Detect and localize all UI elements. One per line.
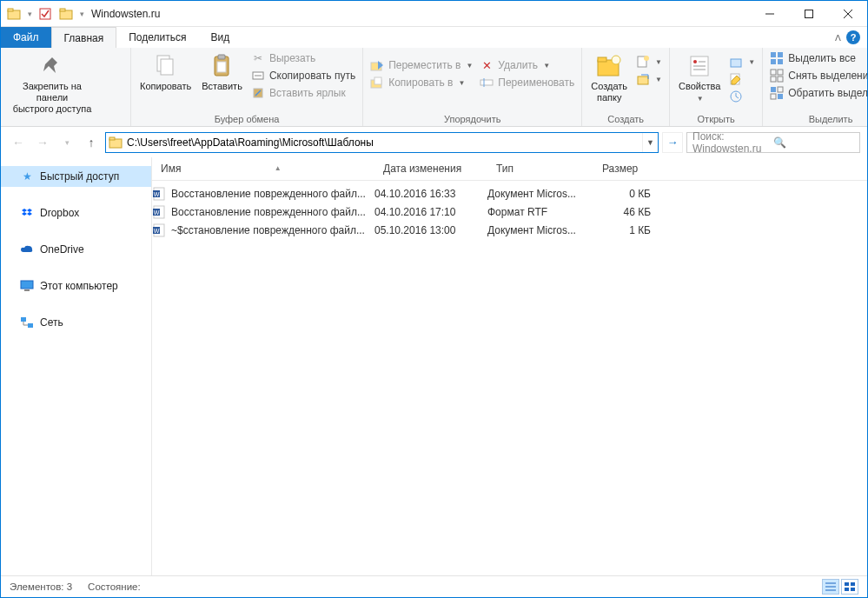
network-icon: [20, 316, 34, 329]
up-button[interactable]: ↑: [81, 132, 102, 153]
column-date[interactable]: Дата изменения: [374, 163, 487, 175]
status-bar: Элементов: 3 Состояние:: [1, 575, 867, 596]
svg-rect-69: [851, 588, 855, 591]
cut-button[interactable]: ✂ Вырезать: [251, 51, 355, 65]
file-type: Документ Micros...: [487, 224, 593, 236]
svg-point-24: [612, 56, 620, 64]
svg-rect-46: [771, 94, 776, 99]
help-icon[interactable]: ?: [846, 30, 860, 44]
minimize-button[interactable]: [750, 1, 789, 27]
svg-rect-51: [24, 289, 30, 291]
svg-rect-68: [845, 588, 849, 591]
svg-rect-37: [778, 52, 783, 57]
ribbon: Закрепить на панели быстрого доступа Коп…: [1, 48, 867, 127]
forward-button[interactable]: →: [32, 132, 53, 153]
search-box[interactable]: Поиск: Windowsten.ru 🔍: [686, 132, 860, 153]
content-area: ★ Быстрый доступ Dropbox OneDrive Этот к…: [1, 157, 867, 575]
address-input[interactable]: [125, 136, 642, 149]
svg-rect-53: [28, 323, 33, 328]
history-button[interactable]: [729, 90, 755, 103]
copy-button[interactable]: Копировать: [135, 50, 196, 92]
address-bar[interactable]: ▼: [105, 132, 659, 153]
group-label: [1, 116, 130, 129]
sidebar-item-network[interactable]: Сеть: [1, 312, 151, 333]
svg-rect-20: [480, 80, 493, 85]
navigation-pane: ★ Быстрый доступ Dropbox OneDrive Этот к…: [1, 157, 152, 575]
tab-share[interactable]: Поделиться: [116, 27, 198, 48]
paste-icon: [209, 51, 235, 81]
edit-icon: [729, 72, 743, 86]
svg-rect-66: [845, 582, 849, 586]
shortcut-icon: [251, 86, 265, 100]
status-state: Состояние:: [88, 581, 141, 592]
svg-point-26: [644, 56, 649, 61]
copy-icon: [153, 51, 179, 81]
copy-path-button[interactable]: Скопировать путь: [251, 69, 355, 83]
pin-to-quick-access-button[interactable]: Закрепить на панели быстрого доступа: [4, 50, 100, 115]
select-group-label: Выделить: [763, 114, 868, 126]
go-button[interactable]: →: [662, 132, 683, 153]
column-name[interactable]: Имя ▲: [152, 163, 374, 175]
ribbon-tabs: Файл Главная Поделиться Вид ᐱ ?: [1, 27, 867, 48]
clipboard-group-label: Буфер обмена: [131, 114, 362, 126]
properties-button[interactable]: Свойства▼: [673, 50, 726, 104]
back-button[interactable]: ←: [8, 132, 29, 153]
column-size[interactable]: Размер: [593, 163, 663, 175]
close-button[interactable]: [828, 1, 867, 27]
properties-qat-icon[interactable]: [36, 4, 55, 23]
tab-view[interactable]: Вид: [198, 27, 242, 48]
svg-rect-67: [851, 582, 855, 586]
svg-text:W: W: [154, 209, 160, 216]
column-type[interactable]: Тип: [487, 163, 593, 175]
new-folder-button[interactable]: Создать папку: [586, 50, 633, 103]
select-none-button[interactable]: Снять выделение: [770, 69, 868, 83]
recent-locations-button[interactable]: ▾: [56, 132, 77, 153]
svg-rect-40: [771, 70, 776, 75]
delete-button[interactable]: ✕ Удалить▼: [480, 58, 574, 72]
svg-rect-13: [217, 62, 226, 72]
tab-home[interactable]: Главная: [51, 27, 117, 48]
folder-icon: [4, 4, 23, 23]
new-item-button[interactable]: ▼: [636, 55, 662, 69]
address-dropdown-icon[interactable]: ▼: [642, 133, 658, 152]
organize-group-label: Упорядочить: [363, 114, 581, 126]
maximize-button[interactable]: [789, 1, 828, 27]
icons-view-button[interactable]: [841, 579, 858, 595]
file-name: ~$сстановление поврежденного файл...: [171, 224, 365, 236]
details-view-button[interactable]: [822, 579, 839, 595]
star-icon: ★: [20, 169, 34, 183]
rename-button[interactable]: Переименовать: [480, 76, 574, 90]
open-group-label: Открыть: [670, 114, 762, 126]
tab-file[interactable]: Файл: [1, 27, 51, 48]
svg-rect-52: [21, 317, 26, 322]
pin-icon: [40, 51, 64, 81]
sidebar-item-quick-access[interactable]: ★ Быстрый доступ: [1, 166, 151, 187]
edit-button[interactable]: [729, 72, 755, 86]
qat-dropdown-icon[interactable]: ▾: [77, 4, 86, 23]
file-row[interactable]: WВосстановление поврежденного файл...04.…: [152, 184, 867, 203]
copy-to-button[interactable]: Копировать в▼: [370, 76, 473, 90]
file-date: 04.10.2016 17:10: [374, 206, 487, 218]
easy-access-button[interactable]: ▼: [636, 72, 662, 86]
file-row[interactable]: W~$сстановление поврежденного файл...05.…: [152, 221, 867, 239]
window-title: Windowsten.ru: [86, 8, 750, 20]
select-none-icon: [770, 69, 784, 83]
sidebar-item-onedrive[interactable]: OneDrive: [1, 239, 151, 260]
svg-rect-33: [731, 59, 741, 67]
file-row[interactable]: WВосстановление поврежденного файл...04.…: [152, 203, 867, 221]
open-button[interactable]: ▼: [729, 55, 755, 69]
properties-icon: [686, 51, 712, 81]
word-doc-icon: W: [152, 187, 166, 201]
open-icon: [729, 55, 743, 69]
svg-rect-27: [638, 76, 648, 84]
sidebar-item-this-pc[interactable]: Этот компьютер: [1, 276, 151, 296]
paste-shortcut-button[interactable]: Вставить ярлык: [251, 86, 355, 100]
select-all-button[interactable]: Выделить все: [770, 51, 868, 65]
svg-rect-47: [778, 94, 783, 99]
move-to-button[interactable]: Переместить в▼: [370, 58, 473, 72]
folder-qat-icon[interactable]: [56, 4, 76, 23]
ribbon-collapse-icon[interactable]: ᐱ: [835, 33, 841, 43]
paste-button[interactable]: Вставить: [196, 50, 248, 92]
sidebar-item-dropbox[interactable]: Dropbox: [1, 203, 151, 223]
invert-selection-button[interactable]: Обратить выделение: [770, 86, 868, 100]
